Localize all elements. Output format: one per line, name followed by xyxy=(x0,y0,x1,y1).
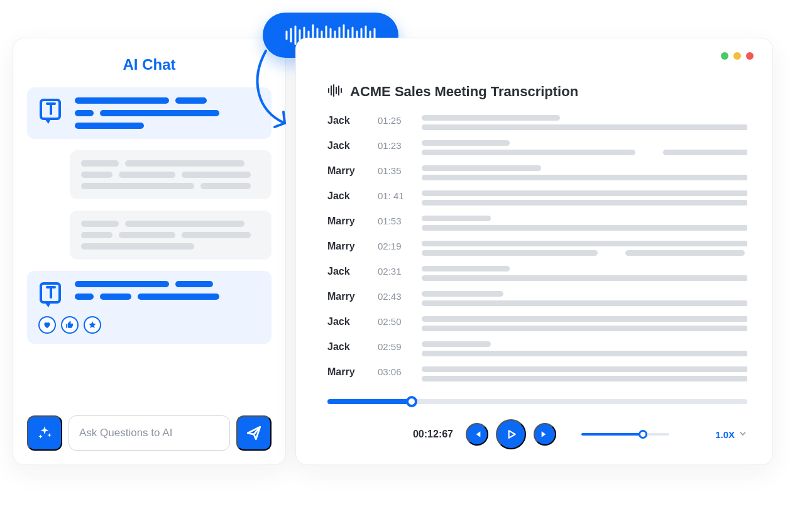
speaker-name: Jack xyxy=(327,266,365,277)
chat-message-user xyxy=(70,150,272,199)
chat-message-ai xyxy=(27,271,272,344)
transcript-text-placeholder xyxy=(422,341,747,356)
transcript-text-placeholder xyxy=(422,266,747,281)
volume-slider[interactable] xyxy=(581,433,690,436)
speaker-name: Jack xyxy=(327,316,365,327)
chat-message-user xyxy=(70,211,272,260)
ai-sparkle-button[interactable] xyxy=(27,415,62,451)
window-dot-yellow xyxy=(733,52,741,60)
chat-input-row xyxy=(27,415,272,451)
progress-bar[interactable] xyxy=(327,399,747,404)
react-heart-button[interactable] xyxy=(38,316,56,334)
speaker-name: Marry xyxy=(327,165,365,177)
timestamp: 01: 41 xyxy=(378,190,409,201)
chevron-down-icon xyxy=(738,429,747,440)
waveform-small-icon xyxy=(327,84,343,100)
audio-player: 00:12:67 xyxy=(327,399,747,449)
chat-message-ai xyxy=(27,87,272,139)
transcript-text-placeholder xyxy=(422,316,747,331)
transcription-row[interactable]: Marry01:53 xyxy=(327,216,747,236)
speaker-name: Marry xyxy=(327,241,365,252)
window-dot-red xyxy=(746,52,754,60)
transcription-header: ACME Sales Meeting Transcription xyxy=(327,84,747,100)
timestamp: 01:25 xyxy=(378,115,409,126)
transcript-text-placeholder xyxy=(422,115,747,130)
speaker-name: Marry xyxy=(327,291,365,302)
transcription-panel: ACME Sales Meeting Transcription Jack01:… xyxy=(295,38,773,465)
current-time: 00:12:67 xyxy=(397,429,453,440)
curved-arrow-icon xyxy=(244,48,300,136)
skip-back-button[interactable] xyxy=(466,423,488,446)
transcript-text-placeholder xyxy=(422,190,747,206)
transcription-row[interactable]: Jack01:23 xyxy=(327,140,747,160)
chat-body xyxy=(27,87,272,404)
window-dot-green xyxy=(721,52,728,60)
speaker-name: Jack xyxy=(327,190,365,202)
speaker-name: Jack xyxy=(327,140,365,151)
send-button[interactable] xyxy=(236,415,272,451)
transcript-text-placeholder xyxy=(422,291,747,306)
playback-speed-button[interactable]: 1.0X xyxy=(715,429,747,440)
speed-label: 1.0X xyxy=(715,429,735,440)
transcript-text-placeholder xyxy=(422,366,747,382)
speaker-name: Marry xyxy=(327,216,365,227)
transcription-row[interactable]: Marry02:19 xyxy=(327,241,747,261)
timestamp: 02:19 xyxy=(378,241,409,251)
transcript-text-placeholder xyxy=(422,165,747,180)
transcription-row[interactable]: Jack02:59 xyxy=(327,341,747,361)
skip-forward-button[interactable] xyxy=(534,423,556,446)
timestamp: 02:43 xyxy=(378,291,409,302)
timestamp: 02:31 xyxy=(378,266,409,277)
chat-title: AI Chat xyxy=(27,56,272,74)
timestamp: 01:35 xyxy=(378,165,409,176)
speaker-name: Jack xyxy=(327,341,365,353)
react-thumbs-up-button[interactable] xyxy=(61,316,79,334)
window-traffic-lights xyxy=(721,52,754,60)
timestamp: 02:50 xyxy=(378,316,409,327)
transcription-row[interactable]: Jack01: 41 xyxy=(327,190,747,211)
speaker-name: Jack xyxy=(327,115,365,126)
transcription-title: ACME Sales Meeting Transcription xyxy=(350,84,578,100)
transcription-row[interactable]: Marry03:06 xyxy=(327,366,747,387)
timestamp: 01:23 xyxy=(378,140,409,151)
timestamp: 03:06 xyxy=(378,366,409,377)
transcript-text-placeholder xyxy=(422,241,747,256)
transcription-list: Jack01:25Jack01:23Marry01:35Jack01: 41Ma… xyxy=(327,115,747,390)
ai-avatar-icon xyxy=(38,97,66,128)
timestamp: 02:59 xyxy=(378,341,409,352)
speaker-name: Marry xyxy=(327,366,365,378)
play-button[interactable] xyxy=(496,419,526,449)
transcription-row[interactable]: Jack01:25 xyxy=(327,115,747,135)
transcript-text-placeholder xyxy=(422,140,747,155)
transcription-row[interactable]: Marry01:35 xyxy=(327,165,747,185)
transcription-row[interactable]: Marry02:43 xyxy=(327,291,747,311)
transcription-row[interactable]: Jack02:31 xyxy=(327,266,747,286)
ai-avatar-icon xyxy=(38,281,66,311)
transcription-row[interactable]: Jack02:50 xyxy=(327,316,747,336)
timestamp: 01:53 xyxy=(378,216,409,226)
transcript-text-placeholder xyxy=(422,216,747,231)
chat-input[interactable] xyxy=(69,415,230,451)
react-star-button[interactable] xyxy=(84,316,101,334)
